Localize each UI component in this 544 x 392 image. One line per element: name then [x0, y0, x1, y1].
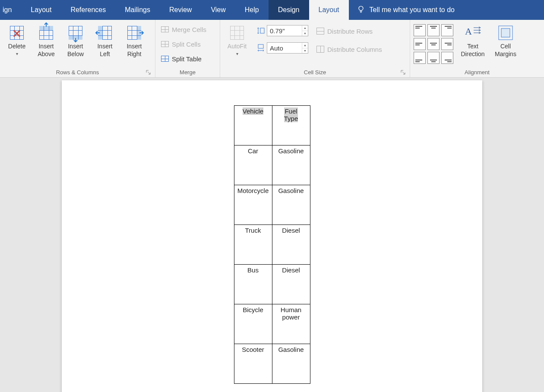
insert-right-label: Insert Right	[127, 42, 142, 58]
group-merge: Merge Cells Split Cells Split Table Merg…	[155, 20, 220, 77]
merge-cells-icon	[161, 25, 169, 34]
table-cell[interactable]: Human power	[272, 304, 310, 344]
insert-above-icon	[37, 23, 56, 42]
ribbon-tab-strip: ign Layout References Mailings Review Vi…	[0, 0, 544, 20]
cell-margins-icon	[496, 23, 515, 42]
align-center-center[interactable]	[427, 38, 440, 50]
split-cells-button[interactable]: Split Cells	[159, 38, 208, 50]
tab-design-partial[interactable]: ign	[0, 0, 21, 20]
tell-me-search[interactable]: Tell me what you want to do	[349, 0, 462, 20]
distribute-columns-button[interactable]: Distribute Columns	[314, 43, 384, 55]
table-cell[interactable]: Truck	[234, 225, 272, 265]
tab-references[interactable]: References	[61, 0, 115, 20]
column-width-value: Auto	[270, 44, 283, 52]
insert-right-button[interactable]: Insert Right	[121, 22, 148, 58]
column-width-field: Auto ▲▼	[256, 42, 308, 54]
split-table-button[interactable]: Split Table	[159, 53, 208, 65]
vehicle-table[interactable]: Vehicle Fuel Type CarGasoline Motorcycle…	[234, 105, 310, 384]
text-direction-button[interactable]: A Text Direction	[459, 22, 486, 58]
group-rows-columns: Delete ▾ Insert Above Insert Below	[0, 20, 155, 77]
table-row: Vehicle Fuel Type	[234, 106, 310, 145]
tab-review[interactable]: Review	[160, 0, 201, 20]
table-cell[interactable]: Bus	[234, 265, 272, 304]
table-cell[interactable]: Diesel	[272, 265, 310, 304]
table-header-cell[interactable]: Vehicle	[234, 106, 272, 145]
align-bottom-center[interactable]	[427, 52, 440, 64]
distribute-columns-label: Distribute Columns	[327, 46, 382, 53]
table-row: MotorcycleGasoline	[234, 185, 310, 225]
align-bottom-left[interactable]	[414, 52, 426, 64]
autofit-button[interactable]: AutoFit ▾	[224, 22, 250, 58]
table-cell[interactable]: Diesel	[272, 225, 310, 265]
table-cell[interactable]: Gasoline	[272, 185, 310, 225]
autofit-label: AutoFit	[228, 42, 247, 50]
delete-label: Delete	[8, 42, 25, 50]
chevron-down-icon: ▾	[16, 50, 18, 58]
tab-table-design[interactable]: Design	[269, 0, 309, 20]
align-top-right[interactable]	[441, 24, 453, 36]
alignment-grid	[414, 22, 453, 64]
spinner-buttons[interactable]: ▲▼	[302, 43, 308, 53]
table-row: BicycleHuman power	[234, 304, 310, 344]
tab-view[interactable]: View	[201, 0, 235, 20]
insert-left-button[interactable]: Insert Left	[92, 22, 118, 58]
table-cell[interactable]: Gasoline	[272, 344, 310, 384]
table-row: BusDiesel	[234, 265, 310, 304]
insert-above-label: Insert Above	[38, 42, 55, 58]
align-center-left[interactable]	[414, 38, 426, 50]
group-alignment: A Text Direction Cell Margins Alignment	[410, 20, 544, 77]
align-top-center[interactable]	[427, 24, 440, 36]
text-direction-icon: A	[463, 23, 482, 42]
align-top-left[interactable]	[414, 24, 426, 36]
tab-mailings[interactable]: Mailings	[115, 0, 160, 20]
table-cell[interactable]: Car	[234, 145, 272, 185]
lightbulb-icon	[357, 5, 365, 15]
dialog-launcher-icon[interactable]	[400, 70, 406, 76]
insert-below-label: Insert Below	[67, 42, 84, 58]
delete-button[interactable]: Delete ▾	[3, 22, 30, 58]
distribute-rows-button[interactable]: Distribute Rows	[314, 25, 384, 37]
row-height-value: 0.79"	[270, 27, 285, 35]
svg-rect-2	[258, 44, 263, 48]
table-row: TruckDiesel	[234, 225, 310, 265]
table-cell[interactable]: Bicycle	[234, 304, 272, 344]
column-width-icon	[256, 44, 265, 52]
svg-rect-1	[260, 28, 264, 33]
distribute-columns-icon	[316, 45, 325, 54]
svg-text:A: A	[465, 26, 472, 37]
row-height-icon	[256, 26, 265, 35]
row-height-field: 0.79" ▲▼	[256, 25, 308, 36]
split-table-icon	[161, 54, 169, 63]
insert-left-label: Insert Left	[97, 42, 112, 58]
svg-point-0	[359, 6, 363, 10]
align-center-right[interactable]	[441, 38, 453, 50]
column-width-input[interactable]: Auto ▲▼	[267, 42, 308, 54]
merge-cells-button[interactable]: Merge Cells	[159, 23, 208, 35]
document-area: Vehicle Fuel Type CarGasoline Motorcycle…	[0, 78, 544, 392]
tell-me-label: Tell me what you want to do	[370, 6, 455, 14]
insert-below-button[interactable]: Insert Below	[62, 22, 89, 58]
tab-table-layout[interactable]: Layout	[309, 0, 349, 20]
split-cells-label: Split Cells	[172, 41, 201, 48]
spinner-buttons[interactable]: ▲▼	[302, 25, 308, 36]
delete-table-icon	[7, 23, 26, 42]
document-page[interactable]: Vehicle Fuel Type CarGasoline Motorcycle…	[62, 80, 482, 392]
insert-above-button[interactable]: Insert Above	[33, 22, 60, 58]
cell-margins-label: Cell Margins	[495, 42, 516, 58]
dialog-launcher-icon[interactable]	[145, 70, 152, 76]
table-header-cell[interactable]: Fuel Type	[272, 106, 310, 145]
ribbon-body: Delete ▾ Insert Above Insert Below	[0, 20, 544, 78]
table-cell[interactable]: Motorcycle	[234, 185, 272, 225]
group-cell-size: AutoFit ▾ 0.79" ▲▼	[220, 20, 410, 77]
insert-left-icon	[95, 23, 114, 42]
align-bottom-right[interactable]	[441, 52, 453, 64]
merge-cells-label: Merge Cells	[172, 26, 206, 33]
cell-margins-button[interactable]: Cell Margins	[492, 22, 519, 58]
tab-layout[interactable]: Layout	[21, 0, 61, 20]
table-cell[interactable]: Scooter	[234, 344, 272, 384]
table-cell[interactable]: Gasoline	[272, 145, 310, 185]
text-direction-label: Text Direction	[461, 42, 484, 58]
group-label-merge: Merge	[159, 68, 216, 77]
row-height-input[interactable]: 0.79" ▲▼	[267, 25, 308, 36]
tab-help[interactable]: Help	[235, 0, 269, 20]
